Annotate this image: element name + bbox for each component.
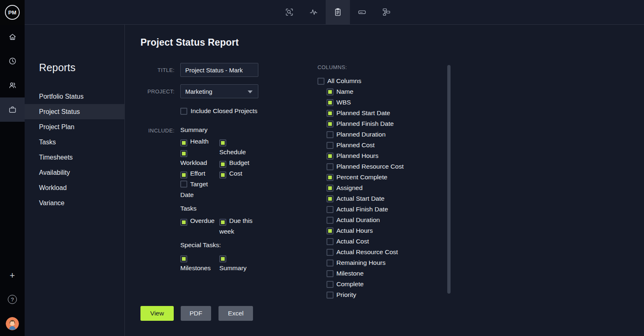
column-priority-checkbox[interactable] <box>327 292 334 299</box>
column-actual-hours-checkbox[interactable] <box>327 227 334 234</box>
projects-nav-icon[interactable] <box>0 97 25 122</box>
option-overdue[interactable]: Overdue <box>180 216 219 226</box>
option-cost[interactable]: Cost <box>219 168 258 179</box>
due-this-week-checkbox[interactable] <box>219 219 226 226</box>
workflow-icon[interactable] <box>374 0 398 24</box>
workload-checkbox[interactable] <box>180 150 187 157</box>
view-button[interactable]: View <box>140 306 174 321</box>
overdue-checkbox[interactable] <box>180 219 187 226</box>
column-planned-cost[interactable]: Planned Cost <box>327 140 441 151</box>
report-item-variance[interactable]: Variance <box>25 195 125 211</box>
column-actual-duration-checkbox[interactable] <box>327 217 334 224</box>
column-name[interactable]: Name <box>327 86 441 97</box>
top-bar: PM <box>0 0 644 25</box>
milestones-checkbox[interactable] <box>180 255 187 262</box>
option-workload[interactable]: Workload <box>180 147 219 168</box>
pm-logo: PM <box>5 5 20 20</box>
include-closed-projects-option[interactable]: Include Closed Projects <box>180 107 258 115</box>
column-actual-resource-cost[interactable]: Actual Resource Cost <box>327 247 441 257</box>
column-actual-start-date[interactable]: Actual Start Date <box>327 193 441 204</box>
option-effort[interactable]: Effort <box>180 168 219 179</box>
column-label: Planned Duration <box>336 131 386 138</box>
report-item-project-plan[interactable]: Project Plan <box>25 119 125 134</box>
column-wbs-checkbox[interactable] <box>327 99 334 106</box>
option-health[interactable]: Health <box>180 136 219 147</box>
option-schedule[interactable]: Schedule <box>219 136 258 158</box>
option-label: Overdue <box>190 217 214 224</box>
column-actual-start-date-checkbox[interactable] <box>327 195 334 202</box>
column-planned-hours-checkbox[interactable] <box>327 153 334 160</box>
schedule-checkbox[interactable] <box>219 139 226 146</box>
report-clipboard-icon[interactable] <box>326 0 350 24</box>
column-remaining-hours[interactable]: Remaining Hours <box>327 257 441 268</box>
column-complete-checkbox[interactable] <box>327 281 334 288</box>
recent-nav-icon[interactable] <box>0 49 25 73</box>
report-item-workload[interactable]: Workload <box>25 180 125 195</box>
column-actual-cost[interactable]: Actual Cost <box>327 236 441 247</box>
column-all-columns[interactable]: All Columns <box>317 76 441 86</box>
column-planned-finish-date-checkbox[interactable] <box>327 120 334 127</box>
column-planned-hours[interactable]: Planned Hours <box>327 151 441 161</box>
column-milestone-checkbox[interactable] <box>327 270 334 277</box>
column-planned-finish-date[interactable]: Planned Finish Date <box>327 118 441 129</box>
column-label: Planned Cost <box>336 141 375 149</box>
user-avatar[interactable] <box>6 317 19 330</box>
column-actual-hours[interactable]: Actual Hours <box>327 225 441 236</box>
report-item-project-status[interactable]: Project Status <box>25 104 125 119</box>
column-percent-complete-checkbox[interactable] <box>327 174 334 181</box>
card-icon[interactable] <box>350 0 374 24</box>
option-due-this-week[interactable]: Due this week <box>219 216 258 237</box>
column-percent-complete[interactable]: Percent Complete <box>327 172 441 183</box>
title-input[interactable] <box>180 63 258 77</box>
column-priority[interactable]: Priority <box>327 290 441 300</box>
pdf-button[interactable]: PDF <box>181 306 211 321</box>
column-actual-finish-date-checkbox[interactable] <box>327 206 334 213</box>
activity-icon[interactable] <box>301 0 326 24</box>
report-item-availability[interactable]: Availability <box>25 165 125 180</box>
column-actual-cost-checkbox[interactable] <box>327 238 334 245</box>
column-assigned-checkbox[interactable] <box>327 185 334 192</box>
column-remaining-hours-checkbox[interactable] <box>327 260 334 266</box>
report-item-tasks[interactable]: Tasks <box>25 134 125 150</box>
help-button[interactable]: ? <box>8 295 17 304</box>
target-date-checkbox[interactable] <box>180 181 187 188</box>
column-planned-resource-cost-checkbox[interactable] <box>327 163 334 170</box>
option-budget[interactable]: Budget <box>219 158 258 168</box>
column-planned-cost-checkbox[interactable] <box>327 142 334 149</box>
health-checkbox[interactable] <box>180 139 187 146</box>
column-planned-duration[interactable]: Planned Duration <box>327 129 441 140</box>
team-nav-icon[interactable] <box>0 73 25 97</box>
excel-button[interactable]: Excel <box>218 306 253 321</box>
column-planned-resource-cost[interactable]: Planned Resource Cost <box>327 161 441 172</box>
home-nav-icon[interactable] <box>0 25 25 49</box>
report-item-timesheets[interactable]: Timesheets <box>25 150 125 165</box>
column-wbs[interactable]: WBS <box>327 97 441 108</box>
main-content: Project Status Report TITLE: PROJECT: Ma… <box>125 25 644 336</box>
columns-scrollbar[interactable] <box>447 65 451 294</box>
option-summary[interactable]: Summary <box>219 252 258 273</box>
report-item-portfolio-status[interactable]: Portfolio Status <box>25 89 125 104</box>
zoom-search-icon[interactable] <box>277 0 301 24</box>
column-all-columns-checkbox[interactable] <box>317 78 324 85</box>
project-field-label: PROJECT: <box>125 88 175 95</box>
column-assigned[interactable]: Assigned <box>327 183 441 193</box>
column-actual-duration[interactable]: Actual Duration <box>327 215 441 225</box>
include-closed-checkbox[interactable] <box>180 108 187 115</box>
column-complete[interactable]: Complete <box>327 279 441 290</box>
option-milestones[interactable]: Milestones <box>180 252 219 273</box>
column-milestone[interactable]: Milestone <box>327 268 441 279</box>
project-select[interactable]: Marketing <box>180 84 258 98</box>
option-target-date[interactable]: Target Date <box>180 179 219 200</box>
cost-checkbox[interactable] <box>219 171 226 178</box>
column-planned-start-date-checkbox[interactable] <box>327 110 334 117</box>
column-actual-resource-cost-checkbox[interactable] <box>327 249 334 256</box>
summary-checkbox[interactable] <box>219 255 226 262</box>
effort-checkbox[interactable] <box>180 171 187 178</box>
column-name-checkbox[interactable] <box>327 88 334 95</box>
budget-checkbox[interactable] <box>219 161 226 168</box>
action-buttons: View PDF Excel <box>140 306 253 321</box>
add-button[interactable]: + <box>0 271 25 280</box>
column-planned-start-date[interactable]: Planned Start Date <box>327 108 441 118</box>
column-planned-duration-checkbox[interactable] <box>327 131 334 138</box>
column-actual-finish-date[interactable]: Actual Finish Date <box>327 204 441 215</box>
